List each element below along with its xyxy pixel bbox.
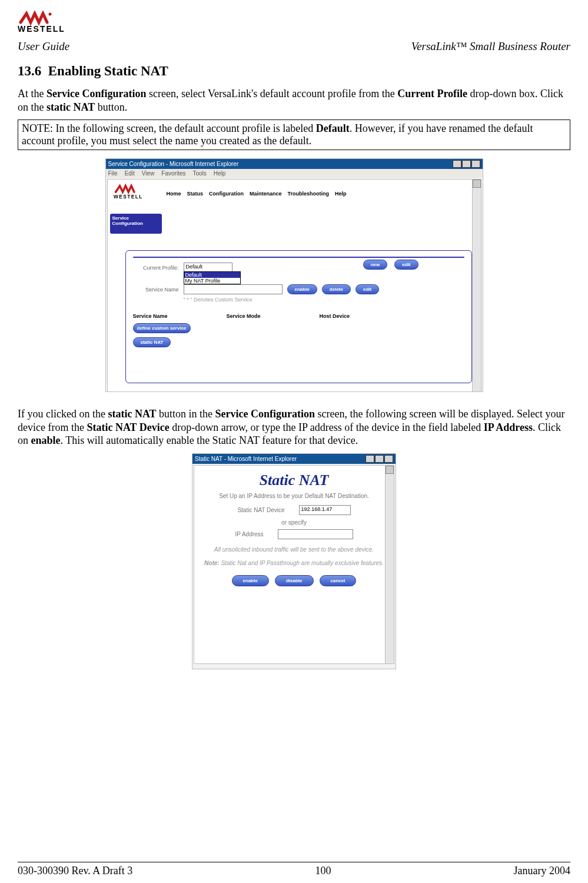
- dialog-note-2: Note: Static Nat and IP Passthrough are …: [202, 559, 386, 567]
- static-nat-device-label: Static NAT Device: [237, 507, 284, 513]
- page-number: 100: [315, 865, 331, 877]
- col-host-device: Host Device: [320, 313, 350, 319]
- page-footer: 030-300390 Rev. A Draft 3 100 January 20…: [18, 862, 570, 877]
- static-nat-device-select[interactable]: 192.168.1.47: [299, 505, 351, 515]
- note-box: NOTE: In the following screen, the defau…: [18, 119, 570, 150]
- scrollbar[interactable]: [385, 466, 394, 663]
- menu-tools[interactable]: Tools: [192, 170, 206, 177]
- maximize-icon[interactable]: [375, 455, 384, 463]
- menu-favorites[interactable]: Favorites: [161, 170, 185, 177]
- brand-logo: WESTELL User Guide: [18, 11, 77, 53]
- minimize-icon[interactable]: [453, 160, 461, 168]
- service-name-label: Service Name: [133, 287, 179, 293]
- window-title-2: Static NAT - Microsoft Internet Explorer: [195, 456, 297, 462]
- window-title: Service Configuration - Microsoft Intern…: [108, 161, 239, 167]
- nav-home[interactable]: Home: [167, 191, 181, 197]
- custom-service-note: " * " Denotes Custom Service: [184, 297, 253, 303]
- scrollbar[interactable]: [472, 180, 481, 391]
- delete-service-button[interactable]: delete: [322, 284, 351, 294]
- col-service-mode: Service Mode: [227, 313, 261, 319]
- or-specify-label: or specify: [202, 519, 386, 526]
- scroll-up-icon[interactable]: [473, 180, 481, 188]
- doc-date: January 2004: [514, 865, 570, 877]
- tab-service-config[interactable]: Service Configuration: [110, 214, 162, 234]
- edit-service-button[interactable]: edit: [356, 284, 379, 294]
- maximize-icon[interactable]: [462, 160, 471, 168]
- svg-text:WESTELL: WESTELL: [18, 24, 65, 34]
- col-service-name: Service Name: [133, 313, 168, 319]
- nav-troubleshooting[interactable]: Troubleshooting: [288, 191, 330, 197]
- enable-button[interactable]: enable: [232, 575, 269, 586]
- second-paragraph: If you clicked on the static NAT button …: [18, 407, 570, 447]
- minimize-icon[interactable]: [366, 455, 374, 463]
- menu-help[interactable]: Help: [214, 170, 226, 177]
- cancel-button[interactable]: cancel: [320, 575, 357, 586]
- product-name: VersaLink™ Small Business Router: [411, 40, 570, 53]
- dialog-subtext: Set Up an IP Address to be your Default …: [202, 493, 386, 499]
- svg-point-0: [49, 13, 52, 16]
- svg-text:WESTELL: WESTELL: [114, 194, 143, 200]
- dropdown-option-mynat[interactable]: My NAT Profile: [184, 278, 240, 284]
- close-icon[interactable]: [384, 455, 393, 463]
- define-custom-service-button[interactable]: define custom service: [133, 323, 191, 333]
- doc-type-label: User Guide: [18, 40, 77, 53]
- profile-dropdown-list[interactable]: Default My NAT Profile: [184, 271, 241, 284]
- menu-file[interactable]: File: [108, 170, 118, 177]
- menu-edit[interactable]: Edit: [125, 170, 135, 177]
- ip-address-label: IP Address: [235, 531, 263, 537]
- dialog-note-1: All unsolicited inbound traffic will be …: [202, 546, 386, 553]
- enable-service-button[interactable]: enable: [287, 284, 317, 294]
- nav-configuration[interactable]: Configuration: [209, 191, 244, 197]
- scroll-up-icon[interactable]: [386, 466, 394, 474]
- westell-logo-icon: WESTELL: [114, 183, 155, 204]
- current-profile-label: Current Profile:: [133, 265, 179, 271]
- disable-button[interactable]: disable: [275, 575, 314, 586]
- screenshot-service-config: Service Configuration - Microsoft Intern…: [105, 158, 483, 392]
- menu-view[interactable]: View: [142, 170, 155, 177]
- nav-status[interactable]: Status: [187, 191, 204, 197]
- intro-paragraph: At the Service Configuration screen, sel…: [18, 87, 570, 114]
- screenshot-static-nat: Static NAT - Microsoft Internet Explorer…: [192, 453, 396, 669]
- static-nat-button[interactable]: static NAT: [133, 337, 171, 347]
- close-icon[interactable]: [471, 160, 480, 168]
- browser-menubar: File Edit View Favorites Tools Help: [106, 169, 483, 178]
- ip-address-input[interactable]: [278, 529, 353, 539]
- dropdown-option-default[interactable]: Default: [184, 272, 240, 278]
- nav-help[interactable]: Help: [335, 191, 347, 197]
- doc-revision: 030-300390 Rev. A Draft 3: [18, 865, 132, 877]
- dialog-heading: Static NAT: [202, 472, 386, 489]
- window-titlebar-2: Static NAT - Microsoft Internet Explorer: [192, 454, 396, 464]
- service-name-select[interactable]: [184, 284, 283, 294]
- nav-maintenance[interactable]: Maintenance: [250, 191, 282, 197]
- section-heading: 13.6 Enabling Static NAT: [18, 64, 570, 79]
- window-titlebar: Service Configuration - Microsoft Intern…: [106, 159, 483, 169]
